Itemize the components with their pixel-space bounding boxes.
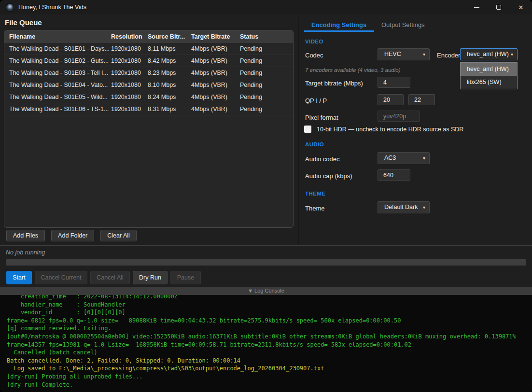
cell-status: Pending <box>240 67 288 79</box>
cell-filename: The Walking Dead - S01E01 - Days... <box>9 43 110 55</box>
audio-codec-label: Audio codec <box>305 155 340 163</box>
cell-source_bitrate: 8.42 Mbps <box>148 55 189 67</box>
table-row[interactable]: The Walking Dead - S01E03 - Tell I...192… <box>4 67 293 79</box>
chevron-down-icon: ▾ <box>423 153 425 164</box>
column-header-filename[interactable]: Filename <box>9 30 110 43</box>
app-window: Honey, I Shrunk The Vids ✕ File Queue Fi… <box>0 0 532 392</box>
hdr-checkbox-label: 10-bit HDR — uncheck to encode HDR sourc… <box>317 126 463 133</box>
chevron-down-icon: ▾ <box>511 49 513 60</box>
minimize-button[interactable] <box>465 0 488 14</box>
cell-status: Pending <box>240 79 288 91</box>
tab-encoding-settings[interactable]: Encoding Settings <box>311 21 366 28</box>
cell-resolution: 1920x1080 <box>111 91 146 103</box>
cell-filename: The Walking Dead - S01E06 - TS-1... <box>9 103 110 115</box>
panel-splitter[interactable] <box>298 17 299 245</box>
log-line: creation_time : 2022-08-13T14:14:12.0000… <box>7 295 532 301</box>
add-folder-button[interactable]: Add Folder <box>51 230 94 241</box>
theme-label: Theme <box>305 205 324 212</box>
log-line: Cancelled (batch cancel) <box>7 349 532 357</box>
video-section-heading: VIDEO <box>305 39 323 44</box>
audio-codec-select[interactable]: AC3 ▾ <box>378 152 430 164</box>
encoder-value: hevc_amf (HW) <box>467 51 509 57</box>
hdr-checkbox[interactable] <box>304 126 311 133</box>
tab-output-settings[interactable]: Output Settings <box>381 21 425 28</box>
table-row[interactable]: The Walking Dead - S01E02 - Guts...1920x… <box>4 55 293 67</box>
cell-status: Pending <box>240 103 288 115</box>
cancel-current-button: Cancel Current <box>35 271 87 284</box>
log-line: [dry-run] Complete. <box>7 381 532 389</box>
active-tab-underline <box>304 30 374 32</box>
dry-run-button[interactable]: Dry Run <box>133 271 168 284</box>
target-bitrate-label: Target bitrate (Mbps) <box>305 80 363 87</box>
table-row[interactable]: The Walking Dead - S01E04 - Vato...1920x… <box>4 79 293 91</box>
audio-section-heading: AUDIO <box>305 141 324 147</box>
cell-resolution: 1920x1080 <box>111 43 146 55</box>
cell-filename: The Walking Dead - S01E03 - Tell I... <box>9 67 110 79</box>
cell-target_bitrate: 4Mbps (VBR) <box>191 91 238 103</box>
log-lines: creation_time : 2022-08-13T14:14:12.0000… <box>7 295 532 389</box>
start-button[interactable]: Start <box>6 271 32 284</box>
log-line: [dry-run] Probing all unprobed files... <box>7 373 532 381</box>
cell-target_bitrate: 4Mbps (VBR) <box>191 55 238 67</box>
theme-select[interactable]: Default Dark ▾ <box>378 201 430 213</box>
log-line: handler_name : SoundHandler <box>7 301 532 309</box>
window-title: Honey, I Shrunk The Vids <box>18 4 86 11</box>
cell-status: Pending <box>240 43 288 55</box>
close-icon: ✕ <box>518 4 524 11</box>
pixel-format-input <box>378 111 420 122</box>
section-divider <box>0 245 532 246</box>
audio-codec-value: AC3 <box>384 154 396 161</box>
cell-source_bitrate: 8.24 Mbps <box>148 91 189 103</box>
pause-button: Pause <box>170 271 201 284</box>
job-buttons: StartCancel CurrentCancel AllDry RunPaus… <box>6 271 201 284</box>
cell-target_bitrate: 4Mbps (VBR) <box>191 67 238 79</box>
maximize-button[interactable] <box>488 0 510 14</box>
table-row[interactable]: The Walking Dead - S01E01 - Days...1920x… <box>4 43 293 55</box>
cell-resolution: 1920x1080 <box>111 67 146 79</box>
cell-filename: The Walking Dead - S01E05 - Wild... <box>9 91 110 103</box>
cell-filename: The Walking Dead - S01E02 - Guts... <box>9 55 110 67</box>
log-line: [q] command received. Exiting. <box>7 324 532 333</box>
encoder-option[interactable]: hevc_amf (HW) <box>461 63 517 76</box>
table-row[interactable]: The Walking Dead - S01E05 - Wild...1920x… <box>4 91 293 103</box>
cell-source_bitrate: 8.31 Mbps <box>148 103 189 115</box>
column-header-target-bitrate[interactable]: Target Bitrate <box>191 30 238 43</box>
log-line: [out#0/matroska @ 0000025504a8eb00] vide… <box>7 333 532 341</box>
chevron-down-icon: ▾ <box>423 49 425 60</box>
log-line: Log saved to F:\_Media\_processing\compr… <box>7 364 532 373</box>
qp-i-input[interactable] <box>378 94 404 105</box>
file-queue-title: File Queue <box>5 18 42 27</box>
column-header-status[interactable]: Status <box>240 30 288 43</box>
title-bar[interactable]: Honey, I Shrunk The Vids ✕ <box>0 0 532 14</box>
log-console-header[interactable]: ▼ Log Console <box>0 287 532 295</box>
cell-resolution: 1920x1080 <box>111 103 146 115</box>
pixel-format-label: Pixel format <box>305 114 338 121</box>
target-bitrate-input[interactable] <box>378 77 410 88</box>
progress-bar <box>6 259 526 266</box>
log-line: frame=14357 fps=13981 q=-1.0 Lsize= 1689… <box>7 341 532 349</box>
audio-cap-label: Audio cap (kbps) <box>305 172 352 180</box>
encoder-select[interactable]: hevc_amf (HW) ▾ <box>460 48 518 60</box>
cell-target_bitrate: 4Mbps (VBR) <box>191 103 238 115</box>
qp-label: QP I / P <box>305 97 327 104</box>
cell-source_bitrate: 8.23 Mbps <box>148 67 189 79</box>
log-line: Batch cancelled. Done: 2, Failed: 0, Ski… <box>7 357 532 365</box>
qp-p-input[interactable] <box>408 94 435 105</box>
theme-value: Default Dark <box>384 204 418 210</box>
log-console[interactable]: creation_time : 2022-08-13T14:14:12.0000… <box>0 295 532 392</box>
encoder-option[interactable]: libx265 (SW) <box>461 76 517 89</box>
codec-select[interactable]: HEVC ▾ <box>378 48 430 60</box>
codec-value: HEVC <box>384 51 401 57</box>
column-header-source-bitrate[interactable]: Source Bitr... <box>148 30 189 43</box>
table-row[interactable]: The Walking Dead - S01E06 - TS-1...1920x… <box>4 103 293 115</box>
cell-status: Pending <box>240 55 288 67</box>
encoders-note: 7 encoders available (4 video, 3 audio) <box>305 67 401 73</box>
clear-all-button[interactable]: Clear All <box>100 230 137 241</box>
chevron-down-icon: ▾ <box>423 202 425 213</box>
audio-cap-input[interactable] <box>378 169 410 181</box>
cell-resolution: 1920x1080 <box>111 79 146 91</box>
close-button[interactable]: ✕ <box>510 0 532 14</box>
add-files-button[interactable]: Add Files <box>6 230 45 241</box>
log-line: frame= 6812 fps=0.0 q=-1.0 size= 89088Ki… <box>7 317 532 325</box>
column-header-resolution[interactable]: Resolution <box>111 30 146 43</box>
